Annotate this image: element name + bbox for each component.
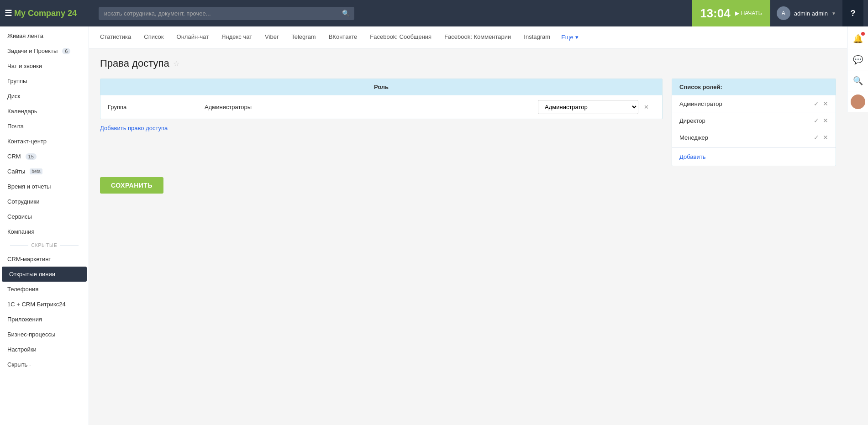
favorite-icon[interactable]: ☆ (173, 59, 179, 68)
tab-statistics[interactable]: Статистика (94, 27, 137, 47)
save-button[interactable]: СОХРАНИТЬ (100, 177, 163, 194)
access-panel: Роль Группа Администраторы Администратор… (100, 79, 836, 166)
access-table-header: Роль (100, 79, 662, 95)
tab-fb-comments[interactable]: Facebook: Комментарии (438, 27, 517, 47)
sidebar-item-crm-marketing[interactable]: CRM-маркетинг (0, 252, 89, 267)
role-select[interactable]: Администратор Директор Менеджер (538, 100, 638, 114)
role-manager-edit-btn[interactable]: ✓ (814, 134, 819, 141)
role-item-director: Директор ✓ ✕ (672, 112, 836, 129)
sidebar-item-crm[interactable]: CRM 15 (0, 149, 89, 164)
right-icon-bar: 🔔 💬 🔍 (847, 26, 868, 112)
roles-panel: Список ролей: Администратор ✓ ✕ Директор (672, 79, 836, 166)
clock-time: 13:04 (700, 6, 731, 21)
user-avatar-icon (851, 94, 865, 109)
add-role-divider (672, 147, 836, 148)
search-right-btn[interactable]: 🔍 (847, 70, 868, 91)
sidebar-item-chat[interactable]: Чат и звонки (0, 58, 89, 73)
sidebar-item-settings[interactable]: Настройки (0, 342, 89, 357)
sidebar-item-calendar[interactable]: Календарь (0, 104, 89, 119)
sidebar-item-livefeeed[interactable]: Живая лента (0, 28, 89, 43)
user-menu[interactable]: A admin admin ▼ (770, 0, 842, 26)
table-row: Группа Администраторы Администратор Дире… (100, 95, 662, 119)
app-title-accent: 24 (68, 9, 77, 18)
clock-block: 13:04 ▶ НАЧАТЬ (692, 0, 770, 26)
tab-list[interactable]: Список (137, 27, 170, 47)
delete-row-button[interactable]: ✕ (644, 104, 655, 110)
role-director-actions: ✓ ✕ (814, 117, 828, 124)
tab-viber[interactable]: Viber (258, 27, 285, 47)
sidebar-item-sites[interactable]: Сайты beta (0, 164, 89, 179)
role-director-edit-btn[interactable]: ✓ (814, 117, 819, 124)
search-bar: 🔍 (99, 7, 354, 20)
tab-yandex-chat[interactable]: Яндекс чат (215, 27, 258, 47)
user-avatar: A (777, 6, 790, 20)
main-content: Статистика Список Онлайн-чат Яндекс чат … (89, 26, 868, 425)
search-right-icon: 🔍 (853, 76, 863, 86)
tab-more[interactable]: Еще ▾ (557, 27, 583, 47)
top-navbar: ☰ My Company 24 🔍 13:04 ▶ НАЧАТЬ A admin… (0, 0, 868, 26)
access-table-wrap: Роль Группа Администраторы Администратор… (100, 79, 663, 166)
sidebar-item-hide[interactable]: Скрыть - (0, 357, 89, 372)
sidebar-item-employees[interactable]: Сотрудники (0, 194, 89, 209)
crm-badge: 15 (26, 153, 37, 160)
sidebar-item-open-lines[interactable]: Открытые линии (2, 267, 87, 282)
tab-telegram[interactable]: Telegram (285, 27, 322, 47)
sidebar-item-contact-center[interactable]: Контакт-центр (0, 134, 89, 149)
sidebar-item-disk[interactable]: Диск (0, 89, 89, 104)
role-manager-delete-btn[interactable]: ✕ (823, 134, 828, 141)
add-role-link[interactable]: Добавить (679, 153, 705, 160)
help-button[interactable]: ? (842, 0, 863, 26)
sidebar-item-company[interactable]: Компания (0, 224, 89, 239)
app-logo: ☰ My Company 24 (5, 8, 91, 18)
tab-vk[interactable]: ВКонтакте (322, 27, 364, 47)
role-item-admin: Администратор ✓ ✕ (672, 95, 836, 112)
tasks-badge: 6 (62, 48, 70, 54)
sidebar-hidden-divider: СКРЫТЫЕ (0, 239, 89, 252)
top-nav-right: 13:04 ▶ НАЧАТЬ A admin admin ▼ ? (692, 0, 863, 26)
page-body: Права доступа ☆ Роль Группа Администрато… (89, 48, 847, 203)
search-icon: 🔍 (342, 10, 350, 17)
role-director-delete-btn[interactable]: ✕ (823, 117, 828, 124)
start-button[interactable]: ▶ НАЧАТЬ (735, 10, 762, 16)
add-access-link[interactable]: Добавить право доступа (100, 125, 168, 131)
sidebar-item-apps[interactable]: Приложения (0, 312, 89, 327)
notification-icon: 🔔 (853, 34, 863, 44)
role-admin-edit-btn[interactable]: ✓ (814, 100, 819, 107)
chat-icon: 💬 (853, 55, 863, 65)
roles-list: Администратор ✓ ✕ Директор ✓ ✕ (672, 95, 836, 146)
col-name-value: Администраторы (205, 104, 532, 110)
tab-online-chat[interactable]: Онлайн-чат (170, 27, 216, 47)
user-avatar-btn[interactable] (847, 91, 868, 112)
sidebar-item-time-reports[interactable]: Время и отчеты (0, 179, 89, 194)
tab-more-arrow: ▾ (575, 34, 579, 41)
sidebar-item-bizproc[interactable]: Бизнес-процессы (0, 327, 89, 342)
tab-instagram[interactable]: Instagram (517, 27, 557, 47)
tabs-bar: Статистика Список Онлайн-чат Яндекс чат … (89, 26, 847, 48)
beta-badge: beta (30, 168, 42, 174)
user-dropdown-arrow: ▼ (831, 11, 836, 16)
tab-fb-messages[interactable]: Facebook: Сообщения (363, 27, 438, 47)
body-layout: Живая лента Задачи и Проекты 6 Чат и зво… (0, 26, 868, 425)
notification-icon-btn[interactable]: 🔔 (847, 28, 868, 49)
sidebar-item-telephony[interactable]: Телефония (0, 282, 89, 297)
sidebar-item-1c-crm[interactable]: 1С + CRM Битрикс24 (0, 297, 89, 312)
sidebar-item-mail[interactable]: Почта (0, 119, 89, 134)
role-manager-actions: ✓ ✕ (814, 134, 828, 141)
col-role-cell: Администратор Директор Менеджер (538, 100, 638, 114)
role-item-manager: Менеджер ✓ ✕ (672, 129, 836, 146)
sidebar: Живая лента Задачи и Проекты 6 Чат и зво… (0, 26, 89, 425)
sidebar-item-services[interactable]: Сервисы (0, 209, 89, 224)
app-title: My Company (14, 9, 65, 18)
access-table: Роль Группа Администраторы Администратор… (100, 79, 663, 119)
role-admin-delete-btn[interactable]: ✕ (823, 100, 828, 107)
sidebar-item-groups[interactable]: Группы (0, 73, 89, 89)
search-input[interactable] (99, 7, 354, 20)
chat-icon-btn[interactable]: 💬 (847, 49, 868, 70)
user-name-label: admin admin (794, 10, 828, 17)
col-group-label: Группа (108, 104, 199, 110)
roles-panel-header: Список ролей: (672, 79, 836, 95)
page-title: Права доступа ☆ (100, 58, 836, 69)
sidebar-item-tasks[interactable]: Задачи и Проекты 6 (0, 43, 89, 58)
role-admin-actions: ✓ ✕ (814, 100, 828, 107)
